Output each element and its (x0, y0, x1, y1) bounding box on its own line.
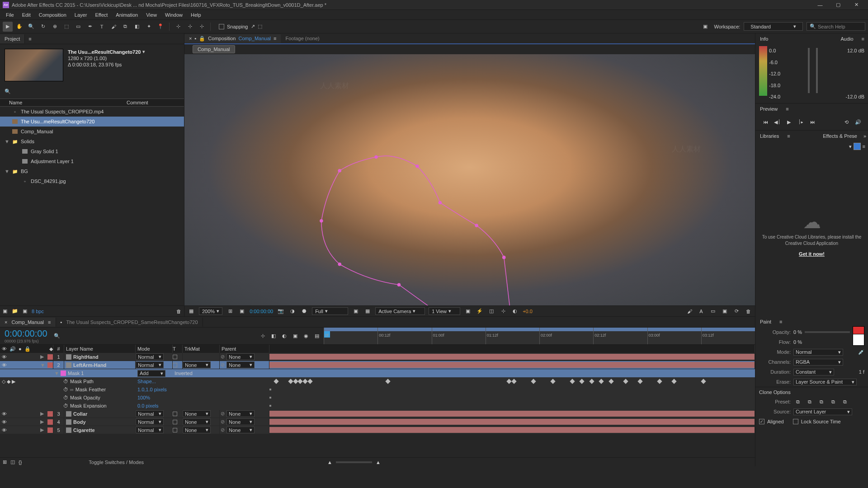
shape-tool[interactable]: ▭ (73, 22, 83, 32)
level-slider-r[interactable] (816, 48, 818, 93)
zoom-tool[interactable]: 🔍 (26, 22, 36, 32)
loop-button[interactable]: ⟲ (843, 118, 850, 126)
brush-tool[interactable]: 🖌 (108, 22, 118, 32)
snap-bounds-icon[interactable]: ⬚ (258, 23, 262, 29)
pan-behind-tool[interactable]: ⬚ (61, 22, 71, 32)
dropdown[interactable]: None▾ (183, 427, 211, 433)
opacity-slider[interactable] (805, 331, 850, 333)
dropdown[interactable]: None▾ (183, 410, 211, 417)
time-ruler[interactable]: 0f00:12f01:00f01:12f02:00f02:12f03:00f03… (324, 328, 755, 344)
hand-tool[interactable]: ✋ (14, 22, 24, 32)
preset-2-icon[interactable]: ⧉ (805, 397, 814, 406)
col-trkmat[interactable]: TrkMat (183, 345, 220, 353)
panel-menu-icon[interactable]: ≡ (25, 36, 35, 42)
close-tab-icon[interactable]: × (5, 319, 7, 325)
alpha-icon[interactable]: ▦ (187, 307, 195, 315)
roto-tool[interactable]: ✦ (144, 22, 154, 32)
mask-prop[interactable]: ⏱Mask Expansion0.0 pixels (0, 402, 755, 410)
toggle-switches-icon[interactable]: ⊞ (3, 459, 7, 465)
col-mode[interactable]: Mode (136, 345, 173, 353)
search-icon[interactable]: 🔍 (54, 333, 60, 339)
help-search[interactable]: 🔍 Search Help (807, 22, 865, 31)
composition-tab[interactable]: × ▪ 🔒 Composition Comp_Manual ≡ (184, 34, 281, 43)
minimize-button[interactable]: — (811, 0, 829, 10)
local-axis-icon[interactable]: ⊹ (173, 22, 183, 32)
para-panel-icon[interactable]: ▭ (709, 307, 717, 315)
fast-preview-icon[interactable]: ⚡ (476, 307, 484, 315)
timeline-tab-2[interactable]: ▪ The Usual Suspects_CROPPED_SameResultC… (56, 318, 203, 327)
get-it-now-link[interactable]: Get it now! (799, 251, 825, 257)
libraries-tab[interactable]: Libraries (755, 131, 783, 141)
char-panel-icon[interactable]: A (697, 307, 705, 315)
mask-prop[interactable]: ◇ ◆ ▶⏱Mask PathShape... (0, 377, 755, 385)
draft3d-icon[interactable]: ◧ (271, 333, 276, 339)
mask-prop[interactable]: ⏱Mask Opacity100% (0, 394, 755, 402)
rotation-tool[interactable]: ↻ (38, 22, 48, 32)
solo-icon[interactable]: ● (19, 346, 22, 352)
interpret-icon[interactable]: ▣ (3, 308, 7, 314)
project-item[interactable]: Adjustment Layer 1 (0, 156, 184, 166)
preset-5-icon[interactable]: ⧉ (840, 397, 849, 406)
source-select[interactable]: Current Layer▾ (793, 408, 852, 415)
info-tab[interactable]: Info (755, 34, 773, 43)
composition-viewer[interactable]: 人人素材 人人素材 (184, 54, 755, 305)
preview-tab[interactable]: Preview (755, 104, 782, 113)
view-axis-icon[interactable]: ⊹ (197, 22, 207, 32)
last-frame-button[interactable]: ⏭ (809, 118, 816, 126)
roi-icon[interactable]: ▣ (352, 307, 360, 315)
dropdown[interactable]: Normal▾ (136, 418, 164, 425)
mask-toggle-icon[interactable]: ▣ (238, 307, 246, 315)
first-frame-button[interactable]: ⏮ (762, 118, 769, 126)
menu-layer[interactable]: Layer (71, 12, 91, 18)
lock-source-checkbox[interactable] (793, 419, 798, 424)
flow-value[interactable]: 0 % (793, 339, 802, 345)
project-item[interactable]: ▼📁BG (0, 166, 184, 176)
project-tab[interactable]: Project (0, 34, 25, 43)
grid-view-icon[interactable] (854, 143, 861, 150)
snap-opt-icon[interactable]: ↗ (251, 23, 255, 29)
footage-tab[interactable]: Footage (none) (281, 34, 324, 42)
label-icon[interactable]: ◆ (49, 346, 53, 352)
duration-select[interactable]: Constant▾ (793, 369, 834, 375)
lock-icon[interactable]: 🔒 (24, 346, 31, 352)
overflow-icon[interactable]: » (862, 133, 868, 139)
puppet-tool[interactable]: 📍 (156, 22, 165, 32)
project-item[interactable]: Comp_Manual (0, 127, 184, 136)
camera-tool[interactable]: ⊕ (50, 22, 60, 32)
zoom-in-icon[interactable]: ▲ (376, 460, 381, 465)
transparency-icon[interactable]: ▦ (363, 307, 372, 315)
project-item[interactable]: ▼📁Solids (0, 136, 184, 146)
toggle-modes-icon[interactable]: ◫ (10, 459, 15, 465)
toggle-brackets-icon[interactable]: {} (19, 460, 22, 465)
exposure-reset-icon[interactable]: ◐ (511, 307, 519, 315)
menu-composition[interactable]: Composition (35, 12, 71, 18)
menu-file[interactable]: File (2, 12, 18, 18)
menu-edit[interactable]: Edit (18, 12, 35, 18)
shy-icon[interactable]: ◐ (282, 333, 287, 339)
new-comp-icon[interactable]: ▣ (23, 308, 27, 314)
dropdown[interactable]: None▾ (226, 427, 255, 433)
brush-panel-icon[interactable]: 🖌 (685, 307, 693, 315)
dropdown[interactable]: Normal▾ (136, 427, 164, 433)
bpc-indicator[interactable]: 8 bpc (32, 309, 44, 314)
frame-blend-icon[interactable]: ▣ (293, 333, 297, 339)
erase-select[interactable]: Layer Source & Paint▾ (793, 379, 857, 385)
snapping-checkbox[interactable] (219, 24, 224, 29)
panel-menu-icon[interactable]: ≡ (783, 133, 793, 139)
layer-row[interactable]: 👁▶3CollarNormal▾None▾⊘None▾ (0, 410, 755, 418)
zoom-out-icon[interactable]: ▲ (327, 460, 332, 465)
panel-menu-icon[interactable]: ≡ (274, 36, 276, 41)
col-parent[interactable]: Parent (220, 345, 269, 353)
dropdown[interactable]: None▾ (183, 361, 211, 368)
maximize-button[interactable]: ▢ (829, 0, 847, 10)
eraser-tool[interactable]: ◧ (132, 22, 142, 32)
dropdown[interactable]: None▾ (226, 418, 255, 425)
layer-row[interactable]: 👁▼2LeftArm-HandNormal▾None▾⊘None▾ (0, 361, 755, 369)
prev-frame-button[interactable]: ◀⏐ (774, 118, 781, 126)
eyedropper-icon[interactable]: 💉 (858, 349, 864, 355)
snapshot-icon[interactable]: 📷 (277, 307, 285, 315)
preset-3-icon[interactable]: ⧉ (817, 397, 826, 406)
dropdown[interactable]: None▾ (226, 410, 255, 417)
menu-effect[interactable]: Effect (91, 12, 112, 18)
panel-menu-icon[interactable]: ≡ (776, 319, 786, 324)
